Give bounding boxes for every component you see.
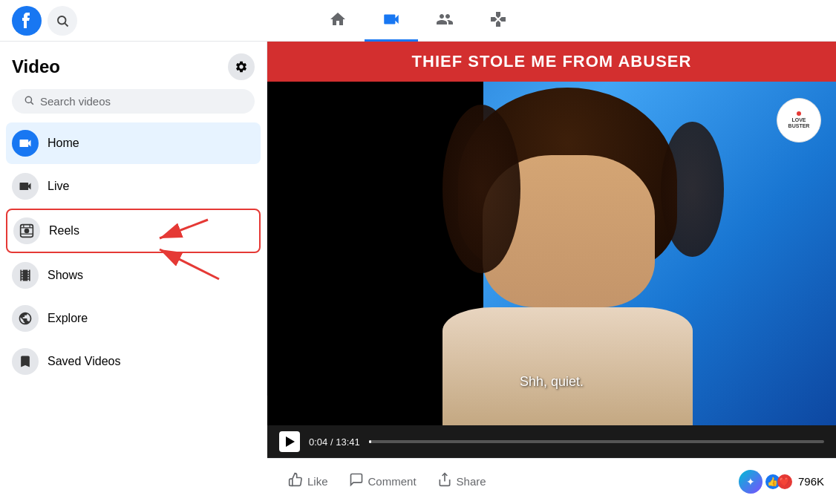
reels-nav-icon — [13, 217, 40, 244]
video-search-bar[interactable]: Search videos — [12, 89, 255, 114]
sidebar-explore-label: Explore — [48, 312, 88, 325]
sidebar-item-live[interactable]: Live — [6, 166, 261, 207]
sidebar-title: Video — [12, 56, 60, 77]
video-scene: LOVEBUSTER Shh, quiet. — [267, 42, 836, 425]
content-area: THIEF STOLE ME FROM ABUSER — [267, 42, 836, 504]
channel-badge: LOVEBUSTER — [777, 98, 821, 143]
sidebar-item-shows[interactable]: Shows — [6, 255, 261, 296]
time-display: 0:04 / 13:41 — [309, 436, 360, 448]
progress-bar[interactable] — [369, 440, 824, 443]
search-icon — [24, 95, 34, 108]
progress-fill — [369, 440, 371, 443]
search-placeholder: Search videos — [40, 95, 111, 108]
main-layout: Video Search videos — [0, 42, 836, 504]
nav-video-button[interactable] — [365, 0, 418, 42]
sidebar-live-label: Live — [48, 180, 69, 193]
nav-home-button[interactable] — [311, 0, 365, 42]
video-controls-bar: 0:04 / 13:41 — [267, 425, 836, 458]
reaction-count: 796K — [798, 475, 824, 488]
nav-center — [311, 0, 525, 42]
action-buttons-left: Like Comment — [279, 466, 495, 497]
like-button[interactable]: Like — [279, 466, 337, 497]
shows-nav-icon — [12, 262, 39, 289]
video-subtitle: Shh, quiet. — [520, 374, 584, 390]
copilot-button[interactable]: ✦ — [739, 470, 762, 494]
reaction-emojis: 👍 ❤️ — [768, 474, 792, 489]
action-bar: Like Comment — [267, 458, 836, 504]
facebook-logo — [12, 6, 42, 36]
sidebar-saved-label: Saved Videos — [48, 355, 120, 368]
svg-point-1 — [58, 16, 66, 24]
svg-point-6 — [25, 229, 30, 234]
sidebar-item-saved[interactable]: Saved Videos — [6, 341, 261, 382]
explore-nav-icon — [12, 305, 39, 332]
share-button[interactable]: Share — [428, 466, 495, 497]
sidebar-home-label: Home — [48, 137, 79, 150]
share-icon — [437, 472, 452, 491]
svg-line-4 — [31, 102, 33, 105]
video-wrapper[interactable]: THIEF STOLE ME FROM ABUSER — [267, 42, 836, 425]
nav-left — [12, 6, 77, 36]
heart-reaction-bubble: ❤️ — [777, 474, 792, 489]
saved-nav-icon — [12, 348, 39, 375]
live-nav-icon — [12, 173, 39, 200]
action-right: ✦ 👍 ❤️ 796K — [739, 470, 824, 494]
comment-icon — [349, 472, 364, 491]
sidebar-item-home[interactable]: Home — [6, 122, 261, 164]
home-nav-icon — [12, 130, 39, 157]
sidebar-item-explore[interactable]: Explore — [6, 298, 261, 339]
channel-name-badge: LOVEBUSTER — [788, 117, 810, 128]
nav-people-button[interactable] — [418, 0, 471, 42]
svg-point-3 — [25, 96, 31, 102]
video-title-banner: THIEF STOLE ME FROM ABUSER — [267, 42, 836, 82]
play-icon — [286, 436, 295, 447]
settings-button[interactable] — [228, 53, 255, 80]
nav-gaming-button[interactable] — [471, 0, 525, 42]
svg-line-2 — [65, 23, 68, 26]
sidebar-shows-label: Shows — [48, 269, 83, 282]
search-button[interactable] — [48, 6, 77, 36]
sidebar-reels-label: Reels — [49, 224, 79, 238]
video-container: THIEF STOLE ME FROM ABUSER — [267, 42, 836, 458]
top-navigation — [0, 0, 836, 42]
sidebar-container: Video Search videos — [0, 42, 267, 504]
sidebar-item-reels[interactable]: Reels — [6, 209, 261, 253]
play-button[interactable] — [279, 431, 300, 452]
sidebar: Video Search videos — [0, 42, 267, 396]
badge-dot — [797, 111, 801, 116]
like-icon — [288, 472, 303, 491]
comment-button[interactable]: Comment — [340, 466, 425, 497]
sidebar-header: Video — [6, 53, 261, 89]
